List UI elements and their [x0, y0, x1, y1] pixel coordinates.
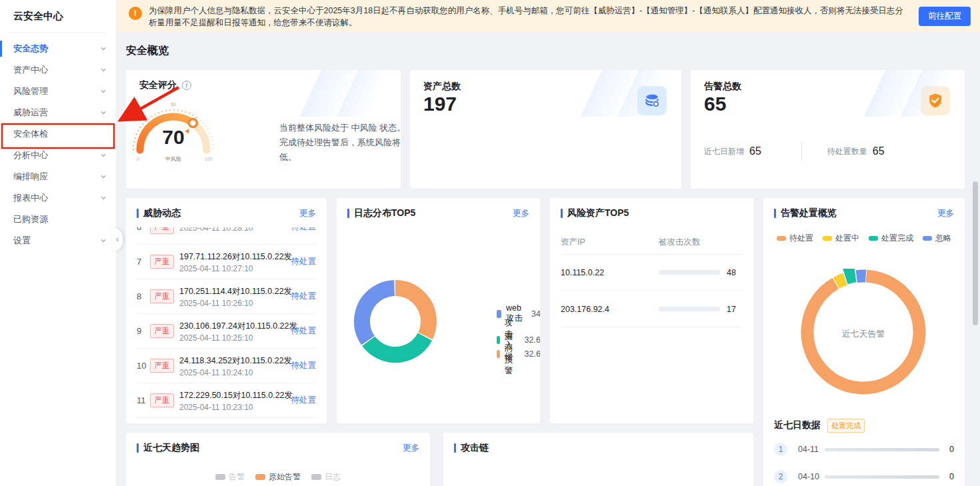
completed-filter-badge[interactable]: 处置完成	[827, 419, 865, 433]
legend-processing[interactable]: 处置中	[823, 233, 859, 244]
severity-badge: 严重	[150, 393, 174, 407]
risk-description: 当前整体风险处于 中风险 状态。完成待处理告警后，系统风险将降低。	[279, 121, 401, 165]
legend-logs[interactable]: 日志	[311, 471, 341, 483]
trend-chart-card: 近七天趋势图 更多 告警 原始告警 日志	[126, 433, 430, 486]
pending-status-link[interactable]: 待处置	[291, 360, 317, 371]
threat-list: 6 严重 2025-04-11 10:28:10 待处置 7 严重 197.71…	[126, 227, 327, 423]
recent-seven-days-value: 65	[749, 145, 761, 157]
chevron-down-icon	[100, 67, 107, 73]
app-title: 云安全中心	[0, 0, 116, 32]
gauge-tick-0: 0	[137, 157, 139, 161]
go-configure-button[interactable]: 前往配置	[919, 7, 971, 26]
sidebar-collapse-handle[interactable]: ‹	[112, 228, 123, 251]
rank-badge: 1	[774, 443, 787, 456]
col-attack-count: 被攻击次数	[659, 237, 743, 248]
legend-ignored[interactable]: 忽略	[923, 233, 951, 244]
threat-row[interactable]: 11 严重 172.229.50.15对10.115.0.22发...2025-…	[137, 383, 316, 418]
log-distribution-card: 日志分布TOP5 更多 web攻击 34.70% 攻击入侵 32.65% 漏洞预…	[337, 198, 540, 423]
gauge-tick-50: 50	[171, 102, 176, 107]
title-bar	[561, 209, 563, 218]
threat-row[interactable]: 9 严重 230.106.197.24对10.115.0.22发...2025-…	[137, 314, 316, 349]
pending-status-link[interactable]: 待处置	[291, 325, 317, 337]
legend-vuln-warning[interactable]: 漏洞预警 32.65%	[497, 331, 540, 377]
legend-pending[interactable]: 待处置	[777, 233, 813, 244]
sidebar-item-security-posture[interactable]: 安全态势	[0, 38, 116, 59]
value-bar	[825, 448, 939, 451]
sidebar: 云安全中心 安全态势 资产中心 风险管理 威胁运营 安全体检 分析中心 编排响应	[0, 0, 117, 486]
overview-card-title: 告警处置概览	[781, 207, 937, 219]
attack-chain-card: 攻击链	[443, 433, 753, 486]
risk-table-header: 资产IP 被攻击次数	[561, 237, 743, 248]
sidebar-item-threat-operations[interactable]: 威胁运营	[0, 102, 116, 123]
banner-text: 为保障用户个人信息与隐私数据，云安全中心于2025年3月18日起不再自动获取您的…	[142, 4, 919, 29]
attack-count-bar	[659, 307, 720, 311]
severity-badge: 严重	[150, 359, 174, 373]
chevron-down-icon	[100, 88, 107, 95]
chevron-down-icon	[100, 173, 107, 180]
chevron-down-icon	[100, 195, 107, 201]
legend-raw-alerts[interactable]: 原始告警	[255, 471, 301, 483]
alert-overview-card: 告警处置概览 更多 待处置 处置中 处置完成 忽略 近七天告警 近七日数据 处置…	[763, 198, 965, 486]
divider	[9, 32, 107, 33]
sidebar-item-risk-management[interactable]: 风险管理	[0, 81, 116, 102]
value-bar	[825, 475, 939, 479]
threat-row[interactable]: 10 严重 24.118.34.252对10.115.0.22发...2025-…	[137, 349, 316, 383]
gauge-tick-100: 100	[205, 157, 213, 161]
security-score-card: 安全评分i 50 0 100 中风险 70 当前	[126, 70, 401, 189]
severity-badge: 严重	[150, 255, 174, 269]
sidebar-item-orchestration-response[interactable]: 编排响应	[0, 166, 116, 187]
pending-status-link[interactable]: 待处置	[291, 291, 317, 302]
title-bar	[137, 209, 139, 218]
divider	[801, 142, 802, 161]
title-bar	[774, 209, 776, 218]
sidebar-item-asset-center[interactable]: 资产中心	[0, 59, 116, 81]
pending-status-link[interactable]: 待处置	[291, 227, 317, 233]
donut-center-label: 近七天告警	[800, 328, 927, 340]
threat-card-title: 威胁动态	[143, 207, 299, 219]
sidebar-item-analysis-center[interactable]: 分析中心	[0, 145, 116, 166]
cloud-security-dashboard: 云安全中心 安全态势 资产中心 风险管理 威胁运营 安全体检 分析中心 编排响应	[0, 0, 980, 486]
pending-count-value: 65	[873, 145, 885, 157]
log-more-link[interactable]: 更多	[513, 208, 529, 219]
risk-row[interactable]: 203.176.92.4 17	[561, 291, 743, 327]
attack-count-bar	[659, 270, 720, 275]
threat-row[interactable]: 8 严重 170.251.114.4对10.115.0.22发...2025-0…	[137, 279, 316, 314]
legend-completed[interactable]: 处置完成	[869, 233, 913, 244]
pending-status-link[interactable]: 待处置	[291, 256, 317, 267]
legend-swatch	[497, 310, 501, 318]
pending-status-link[interactable]: 待处置	[291, 395, 317, 406]
vertical-scrollbar[interactable]	[973, 181, 978, 325]
overview-legend: 待处置 处置中 处置完成 忽略	[763, 233, 965, 244]
sidebar-item-report-center[interactable]: 报表中心	[0, 187, 116, 209]
sidebar-item-purchased-resources[interactable]: 已购资源	[0, 209, 116, 230]
alert-total-card: 告警总数 65 近七日新增 65 待处置数量 65	[691, 70, 965, 189]
trend-legend: 告警 原始告警 日志	[126, 471, 430, 483]
col-asset-ip: 资产IP	[561, 237, 659, 248]
overview-more-link[interactable]: 更多	[937, 208, 954, 219]
severity-badge: 严重	[150, 227, 174, 234]
asset-card-title: 资产总数	[423, 81, 461, 93]
severity-badge: 严重	[150, 289, 174, 303]
pending-count-label: 待处置数量	[827, 146, 867, 157]
sidebar-item-settings[interactable]: 设置	[0, 230, 116, 251]
risk-assets-card: 风险资产TOP5 资产IP 被攻击次数 10.115.0.22 48 203.1…	[550, 198, 753, 423]
warning-icon: !	[129, 7, 142, 20]
threat-row[interactable]: 6 严重 2025-04-11 10:28:10 待处置	[137, 227, 316, 245]
attack-chain-title: 攻击链	[461, 442, 743, 454]
threat-more-link[interactable]: 更多	[299, 208, 316, 219]
info-icon[interactable]: i	[182, 81, 191, 90]
rank-badge: 2	[774, 470, 787, 483]
risk-row[interactable]: 10.115.0.22 48	[561, 255, 743, 291]
chevron-down-icon	[100, 45, 107, 52]
trend-more-link[interactable]: 更多	[403, 443, 419, 454]
recent-data-row: 1 04-11 0	[774, 442, 954, 457]
sidebar-item-security-checkup[interactable]: 安全体检	[0, 123, 116, 145]
log-card-title: 日志分布TOP5	[354, 207, 513, 219]
page-title: 安全概览	[126, 44, 169, 58]
severity-badge: 严重	[150, 324, 174, 338]
shield-check-icon	[921, 86, 950, 115]
database-shield-icon	[637, 86, 667, 115]
legend-alerts[interactable]: 告警	[215, 471, 245, 483]
log-donut-chart	[352, 278, 439, 365]
threat-row[interactable]: 7 严重 197.71.112.26对10.115.0.22发...2025-0…	[137, 245, 316, 279]
